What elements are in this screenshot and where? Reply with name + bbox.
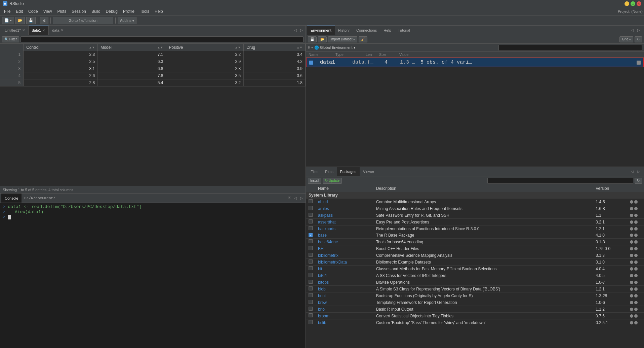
pkg-name-base64enc[interactable]: base64enc xyxy=(315,239,373,245)
pkg-web-assertthat[interactable] xyxy=(630,220,633,224)
pkg-web-backports[interactable] xyxy=(630,227,633,231)
pkg-check-assertthat[interactable] xyxy=(306,219,315,225)
pkg-name-blob[interactable]: blob xyxy=(315,286,373,292)
pkg-delete-brew[interactable] xyxy=(634,301,638,304)
pkg-name-brio[interactable]: brio xyxy=(315,306,373,313)
checkbox-bslib[interactable] xyxy=(309,320,313,324)
save-workspace-button[interactable]: 💾 xyxy=(308,36,317,42)
pkg-delete-base[interactable] xyxy=(634,234,638,237)
checkbox-base[interactable]: ✓ xyxy=(309,233,313,237)
pkg-delete-bh[interactable] xyxy=(634,247,638,250)
pkg-name-bibliometrix[interactable]: bibliometrix xyxy=(315,252,373,259)
pkg-check-bit[interactable] xyxy=(306,266,315,272)
checkbox-blob[interactable] xyxy=(309,286,313,290)
pkg-check-abind[interactable] xyxy=(306,199,315,205)
env-shrink-button[interactable]: ◁ xyxy=(630,28,635,33)
pkg-name-askpass[interactable]: askpass xyxy=(315,212,373,219)
pkg-check-bh[interactable] xyxy=(306,245,315,252)
pkg-web-bibliometrix[interactable] xyxy=(630,254,633,257)
tab-history[interactable]: History xyxy=(335,26,353,35)
pkg-web-bh[interactable] xyxy=(630,247,633,250)
load-workspace-button[interactable]: 📂 xyxy=(318,36,327,42)
pkg-web-bslib[interactable] xyxy=(630,321,633,324)
col-header-control[interactable]: Control▲▼ xyxy=(24,44,98,51)
tab-environment[interactable]: Environment xyxy=(307,26,335,35)
pkg-delete-bit[interactable] xyxy=(634,267,638,271)
tab-files[interactable]: Files xyxy=(307,167,322,176)
checkbox-brio[interactable] xyxy=(309,307,313,311)
pkg-check-bibliometrix[interactable] xyxy=(306,252,315,259)
pkg-name-broom[interactable]: broom xyxy=(315,313,373,319)
pkg-check-askpass[interactable] xyxy=(306,212,315,219)
pkg-delete-bslib[interactable] xyxy=(634,321,638,324)
close-button[interactable]: ✕ xyxy=(637,1,641,6)
env-expand-button[interactable]: ▷ xyxy=(636,28,641,33)
checkbox-bit64[interactable] xyxy=(309,273,313,277)
pkg-delete-arules[interactable] xyxy=(634,207,638,210)
pkg-check-backports[interactable] xyxy=(306,225,315,232)
console-expand-button[interactable]: ▷ xyxy=(299,196,304,201)
data-search-input[interactable] xyxy=(21,36,304,42)
checkbox-bit[interactable] xyxy=(309,266,313,270)
pkg-web-abind[interactable] xyxy=(630,200,633,204)
import-dataset-button[interactable]: Import Dataset ▾ xyxy=(328,36,357,42)
pkg-check-bslib[interactable] xyxy=(306,319,315,326)
packages-refresh-button[interactable]: ↻ xyxy=(635,178,642,184)
grid-button[interactable]: Grid ▾ xyxy=(619,36,633,42)
pkg-name-bslib[interactable]: bslib xyxy=(315,319,373,326)
menu-edit[interactable]: Edit xyxy=(13,8,26,14)
tab-data-close[interactable]: ✕ xyxy=(61,28,64,32)
menu-debug[interactable]: Debug xyxy=(103,8,120,14)
pkg-name-boot[interactable]: boot xyxy=(315,292,373,299)
update-button[interactable]: ↻ Update xyxy=(323,178,342,184)
col-header-drug[interactable]: Drug▲▼ xyxy=(244,44,306,51)
row-expand-icon[interactable] xyxy=(637,61,641,65)
pkg-web-brew[interactable] xyxy=(630,301,633,304)
checkbox-brew[interactable] xyxy=(309,300,313,304)
checkbox-askpass[interactable] xyxy=(309,213,313,217)
pkg-web-bitops[interactable] xyxy=(630,281,633,284)
pkg-name-bit[interactable]: bit xyxy=(315,266,373,272)
pkg-check-brio[interactable] xyxy=(306,306,315,313)
pkg-web-broom[interactable] xyxy=(630,314,633,318)
pkg-web-bibliometrixdata[interactable] xyxy=(630,260,633,264)
menu-file[interactable]: File xyxy=(1,8,13,14)
pkg-delete-broom[interactable] xyxy=(634,314,638,318)
menu-view[interactable]: View xyxy=(41,8,55,14)
tab-packages[interactable]: Packages xyxy=(337,167,360,176)
pkg-web-bit64[interactable] xyxy=(630,274,633,277)
checkbox-bitops[interactable] xyxy=(309,280,313,284)
pkg-check-bitops[interactable] xyxy=(306,279,315,286)
pkg-delete-brio[interactable] xyxy=(634,308,638,311)
pkg-delete-assertthat[interactable] xyxy=(634,220,638,224)
pkg-web-base64enc[interactable] xyxy=(630,240,633,244)
pkg-name-bit64[interactable]: bit64 xyxy=(315,272,373,279)
pkg-delete-boot[interactable] xyxy=(634,294,638,298)
new-file-button[interactable]: 📄 ▾ xyxy=(2,17,14,24)
pkg-delete-base64enc[interactable] xyxy=(634,240,638,244)
menu-session[interactable]: Session xyxy=(69,8,89,14)
pkg-delete-bibliometrix[interactable] xyxy=(634,254,638,257)
panel-shrink-button[interactable]: ◁ xyxy=(293,28,298,33)
pkg-delete-bit64[interactable] xyxy=(634,274,638,277)
pkg-web-bit[interactable] xyxy=(630,267,633,271)
maximize-button[interactable]: □ xyxy=(631,1,635,6)
env-search-input[interactable] xyxy=(498,45,642,51)
pkg-check-bibliometrixdata[interactable] xyxy=(306,259,315,266)
menu-build[interactable]: Build xyxy=(89,8,103,14)
minimize-button[interactable]: ─ xyxy=(625,1,629,6)
pkg-delete-bitops[interactable] xyxy=(634,281,638,284)
col-header-positive[interactable]: Positive▲▼ xyxy=(166,44,244,51)
tab-untitled1-close[interactable]: ✕ xyxy=(22,28,25,32)
pkg-check-base[interactable]: ✓ xyxy=(306,232,315,239)
filter-button[interactable]: 🔍 Filter xyxy=(2,36,19,42)
console-shrink-button[interactable]: ◁ xyxy=(293,196,298,201)
checkbox-broom[interactable] xyxy=(309,313,313,317)
pkg-check-arules[interactable] xyxy=(306,205,315,212)
tab-data1[interactable]: data1 ✕ xyxy=(29,26,49,35)
pkg-delete-backports[interactable] xyxy=(634,227,638,231)
tab-untitled1[interactable]: Untitled1* ✕ xyxy=(1,26,29,35)
console-script-button[interactable]: ⇱ xyxy=(287,196,292,201)
col-header-model[interactable]: Model▲▼ xyxy=(98,44,166,51)
pkg-name-brew[interactable]: brew xyxy=(315,299,373,306)
